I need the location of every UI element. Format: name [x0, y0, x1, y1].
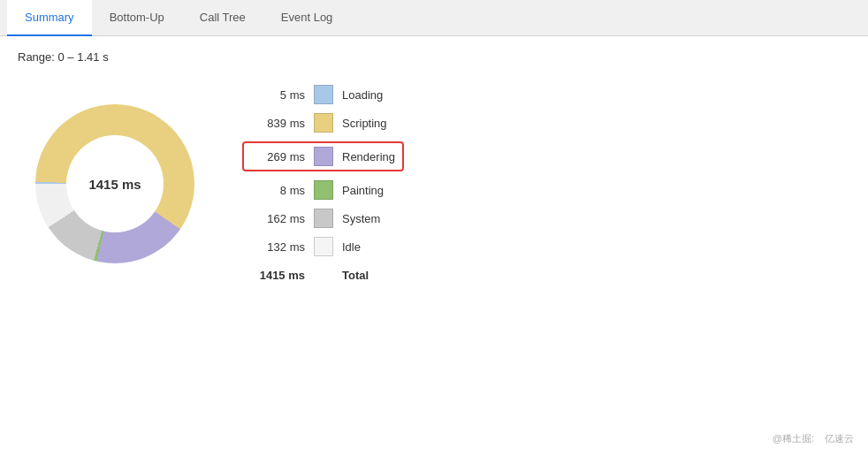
donut-center-label: 1415 ms: [88, 176, 141, 191]
main-area: 1415 ms 5 ms Loading 839 ms Scripting: [18, 85, 850, 282]
legend-swatch-loading: [314, 85, 333, 104]
tab-call-tree[interactable]: Call Tree: [182, 0, 263, 36]
tab-bottom-up[interactable]: Bottom-Up: [92, 0, 182, 36]
devtools-panel: Summary Bottom-Up Call Tree Event Log Ra…: [0, 0, 868, 456]
tab-event-log[interactable]: Event Log: [263, 0, 351, 36]
tab-summary[interactable]: Summary: [7, 0, 92, 36]
legend-row-loading: 5 ms Loading: [247, 85, 404, 104]
watermark-text1: @稀土掘:: [773, 432, 814, 445]
legend-label-painting: Painting: [342, 184, 384, 197]
legend-total-label: Total: [342, 269, 369, 282]
legend-label-loading: Loading: [342, 88, 383, 102]
legend: 5 ms Loading 839 ms Scripting 269 ms Ren…: [247, 85, 404, 282]
legend-row-idle: 132 ms Idle: [247, 237, 404, 256]
legend-label-scripting: Scripting: [342, 117, 387, 130]
legend-value-scripting: 839 ms: [247, 117, 305, 130]
donut-chart: 1415 ms: [35, 104, 194, 263]
tab-bar: Summary Bottom-Up Call Tree Event Log: [0, 0, 868, 36]
legend-label-idle: Idle: [342, 240, 361, 254]
watermark: @稀土掘: 亿速云: [773, 432, 854, 445]
legend-swatch-system: [314, 209, 333, 228]
legend-value-painting: 8 ms: [247, 184, 305, 197]
watermark-text2: 亿速云: [825, 432, 854, 445]
legend-row-rendering: 269 ms Rendering: [242, 141, 404, 171]
legend-row-scripting: 839 ms Scripting: [247, 113, 404, 133]
range-label: Range: 0 – 1.41 s: [18, 50, 850, 64]
legend-value-idle: 132 ms: [247, 240, 305, 254]
legend-total-value: 1415 ms: [247, 269, 305, 282]
legend-value-loading: 5 ms: [247, 88, 305, 102]
legend-label-system: System: [342, 212, 380, 225]
legend-row-painting: 8 ms Painting: [247, 180, 404, 200]
legend-swatch-painting: [314, 180, 333, 200]
legend-value-system: 162 ms: [247, 212, 305, 225]
legend-value-rendering: 269 ms: [247, 150, 305, 163]
content-area: Range: 0 – 1.41 s: [0, 36, 868, 456]
legend-total-row: 1415 ms Total: [247, 269, 404, 282]
legend-swatch-scripting: [314, 113, 333, 133]
legend-row-system: 162 ms System: [247, 209, 404, 228]
legend-swatch-rendering: [314, 147, 333, 166]
legend-label-rendering: Rendering: [342, 150, 395, 163]
legend-swatch-idle: [314, 237, 333, 256]
